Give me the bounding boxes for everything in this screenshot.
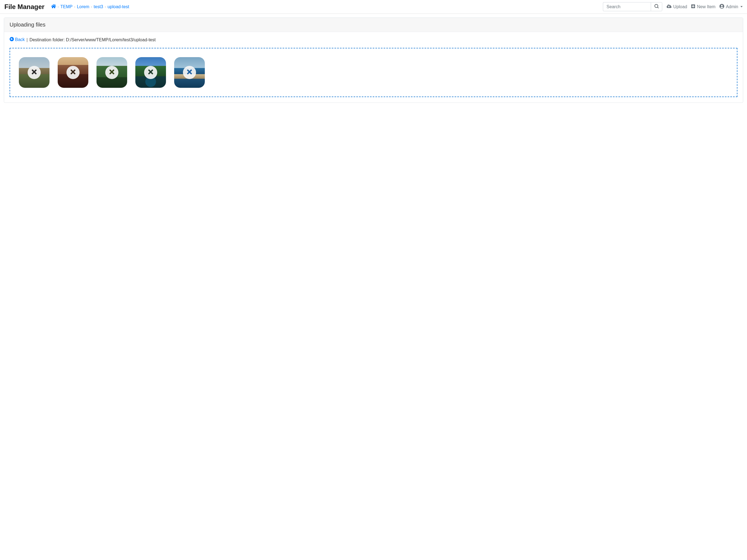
breadcrumb-sep: › — [91, 5, 92, 9]
upload-link[interactable]: Upload — [667, 4, 687, 10]
breadcrumb-item-lorem[interactable]: Lorem — [77, 4, 89, 9]
breadcrumb-item-upload-test[interactable]: upload-test — [107, 4, 129, 9]
back-separator: | — [27, 37, 28, 42]
user-circle-icon — [719, 4, 724, 10]
remove-thumb-button[interactable] — [105, 66, 119, 79]
upload-thumb-1[interactable] — [19, 57, 50, 88]
breadcrumb-sep: › — [58, 5, 59, 9]
search-group — [603, 2, 662, 11]
remove-thumb-button[interactable] — [28, 66, 41, 79]
upload-thumb-2[interactable] — [58, 57, 88, 88]
upload-dropzone[interactable] — [9, 48, 738, 97]
card-title: Uploading files — [4, 18, 743, 32]
search-icon — [654, 4, 659, 9]
remove-thumb-button[interactable] — [67, 66, 80, 79]
upload-card: Uploading files Back | Destination folde… — [4, 18, 743, 103]
new-item-link[interactable]: New Item — [691, 4, 716, 9]
top-navbar: File Manager › TEMP › Lorem › test3 › up… — [0, 0, 747, 14]
admin-menu[interactable]: Admin — [719, 4, 743, 10]
upload-label: Upload — [673, 4, 687, 9]
arrow-left-circle-icon — [9, 37, 14, 42]
back-link[interactable]: Back — [9, 37, 25, 42]
close-icon — [186, 68, 193, 77]
destination-label: Destination folder: — [29, 37, 65, 42]
destination-row: Back | Destination folder: D:/Server/www… — [9, 37, 738, 42]
breadcrumb-sep: › — [105, 5, 106, 9]
remove-thumb-button[interactable] — [144, 66, 157, 79]
new-item-label: New Item — [697, 4, 716, 9]
close-icon — [147, 68, 154, 77]
remove-thumb-button[interactable] — [183, 66, 196, 79]
back-label: Back — [15, 37, 25, 42]
plus-square-icon — [691, 4, 695, 9]
brand-title[interactable]: File Manager — [4, 3, 45, 11]
nav-actions: Upload New Item Admin — [667, 4, 743, 10]
destination-path: D:/Server/www/TEMP/Lorem/test3/upload-te… — [66, 37, 156, 42]
upload-thumb-4[interactable] — [135, 57, 166, 88]
breadcrumb-item-temp[interactable]: TEMP — [60, 4, 73, 9]
breadcrumb: › TEMP › Lorem › test3 › upload-test — [51, 4, 129, 10]
close-icon — [70, 68, 77, 77]
upload-thumb-5[interactable] — [174, 57, 205, 88]
upload-thumb-3[interactable] — [97, 57, 127, 88]
cloud-upload-icon — [667, 4, 672, 10]
breadcrumb-sep: › — [74, 5, 75, 9]
admin-label: Admin — [726, 4, 738, 9]
breadcrumb-item-test3[interactable]: test3 — [94, 4, 103, 9]
close-icon — [31, 68, 38, 77]
close-icon — [108, 68, 115, 77]
chevron-down-icon — [741, 6, 743, 7]
search-button[interactable] — [651, 2, 662, 11]
home-icon[interactable] — [51, 4, 56, 10]
search-input[interactable] — [603, 2, 651, 11]
